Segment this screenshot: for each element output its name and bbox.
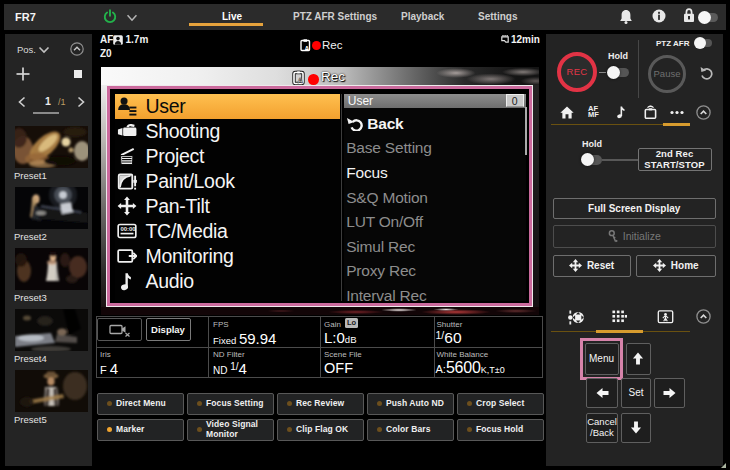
svg-text:00:00: 00:00: [121, 226, 137, 232]
svg-text:A: A: [305, 45, 310, 52]
svg-text:A: A: [298, 76, 304, 85]
